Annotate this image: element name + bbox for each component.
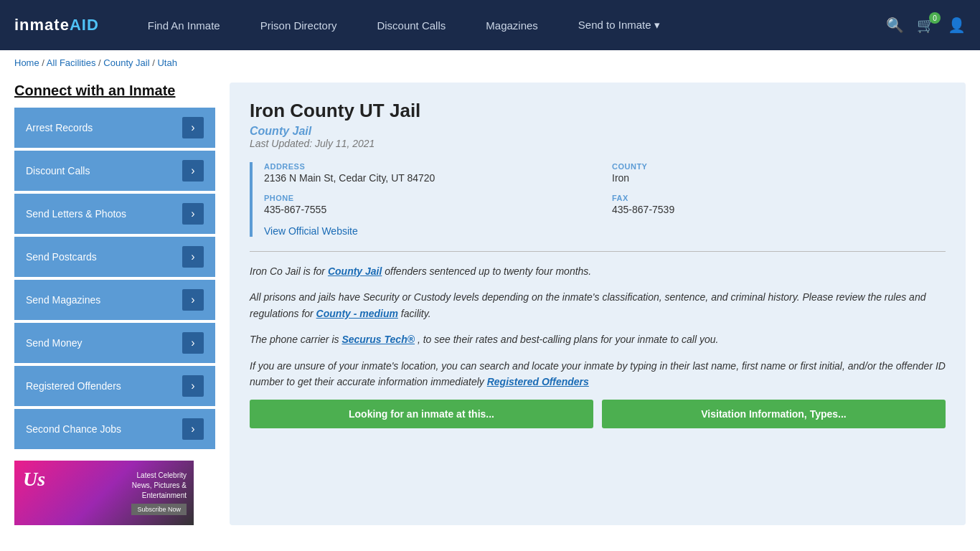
address-value: 2136 N Main St, Cedar City, UT 84720 xyxy=(264,172,598,184)
sidebar-item-label: Arrest Records xyxy=(26,122,93,133)
search-icon[interactable]: 🔍 xyxy=(886,17,904,34)
fax-value: 435-867-7539 xyxy=(612,204,946,215)
navbar: inmateAID Find An Inmate Prison Director… xyxy=(0,0,980,50)
breadcrumb-all-facilities[interactable]: All Facilities xyxy=(47,57,96,68)
chevron-right-icon: › xyxy=(182,203,204,225)
sidebar-item-send-postcards[interactable]: Send Postcards › xyxy=(14,237,215,277)
chevron-right-icon: › xyxy=(182,160,204,182)
official-website-row: View Official Website xyxy=(264,225,946,237)
info-box: ADDRESS 2136 N Main St, Cedar City, UT 8… xyxy=(250,162,946,237)
nav-prison-directory[interactable]: Prison Directory xyxy=(240,0,357,50)
county-label: COUNTY xyxy=(612,162,946,171)
chevron-right-icon: › xyxy=(182,332,204,354)
sidebar-item-send-money[interactable]: Send Money › xyxy=(14,323,215,363)
county-value: Iron xyxy=(612,172,946,184)
breadcrumb-county-jail[interactable]: County Jail xyxy=(103,57,149,68)
sidebar-item-label: Send Money xyxy=(26,337,83,349)
cart-badge: 0 xyxy=(929,12,941,24)
county-block: COUNTY Iron xyxy=(612,162,946,184)
phone-value: 435-867-7555 xyxy=(264,204,598,215)
ad-subscribe-button[interactable]: Subscribe Now xyxy=(131,504,187,515)
sidebar-ad[interactable]: Us Latest Celebrity News, Pictures & Ent… xyxy=(14,461,194,525)
nav-discount-calls[interactable]: Discount Calls xyxy=(357,0,466,50)
fax-label: FAX xyxy=(612,194,946,202)
sidebar-item-label: Registered Offenders xyxy=(26,380,121,392)
bottom-buttons: Looking for an inmate at this... Visitat… xyxy=(250,400,946,428)
registered-offenders-link[interactable]: Registered Offenders xyxy=(487,376,589,387)
nav-icons: 🔍 🛒 0 👤 xyxy=(886,17,966,34)
visitation-info-button[interactable]: Visitation Information, Types... xyxy=(602,400,946,428)
sidebar-item-label: Discount Calls xyxy=(26,165,90,176)
sidebar-title: Connect with an Inmate xyxy=(14,83,215,99)
sidebar-item-send-letters[interactable]: Send Letters & Photos › xyxy=(14,194,215,234)
sidebar-item-discount-calls[interactable]: Discount Calls › xyxy=(14,151,215,191)
county-jail-link-1[interactable]: County Jail xyxy=(328,265,382,277)
nav-find-inmate[interactable]: Find An Inmate xyxy=(128,0,240,50)
desc-para-1: Iron Co Jail is for County Jail offender… xyxy=(250,263,946,279)
cart-icon[interactable]: 🛒 0 xyxy=(917,17,935,34)
description-section: Iron Co Jail is for County Jail offender… xyxy=(250,263,946,390)
nav-links: Find An Inmate Prison Directory Discount… xyxy=(128,0,886,50)
chevron-right-icon: › xyxy=(182,289,204,311)
desc-para-3: The phone carrier is Securus Tech® , to … xyxy=(250,331,946,347)
sidebar-item-second-chance-jobs[interactable]: Second Chance Jobs › xyxy=(14,409,215,449)
official-website-link[interactable]: View Official Website xyxy=(264,225,358,237)
sidebar-item-arrest-records[interactable]: Arrest Records › xyxy=(14,108,215,148)
nav-send-to-inmate[interactable]: Send to Inmate ▾ xyxy=(558,0,680,50)
breadcrumb-state[interactable]: Utah xyxy=(157,57,176,68)
ad-text: Latest Celebrity News, Pictures & Entert… xyxy=(132,471,187,501)
county-medium-link[interactable]: County - medium xyxy=(316,308,398,319)
nav-magazines[interactable]: Magazines xyxy=(466,0,558,50)
breadcrumb: Home / All Facilities / County Jail / Ut… xyxy=(0,50,980,75)
facility-subtitle: County Jail xyxy=(250,125,946,138)
sidebar-item-send-magazines[interactable]: Send Magazines › xyxy=(14,280,215,320)
sidebar-item-label: Second Chance Jobs xyxy=(26,423,121,435)
address-block: ADDRESS 2136 N Main St, Cedar City, UT 8… xyxy=(264,162,598,184)
content-area: Iron County UT Jail County Jail Last Upd… xyxy=(230,83,966,525)
logo-text: inmateAID xyxy=(14,16,99,34)
phone-label: PHONE xyxy=(264,194,598,202)
sidebar: Connect with an Inmate Arrest Records › … xyxy=(14,83,215,525)
user-icon[interactable]: 👤 xyxy=(948,17,966,34)
desc-para-4: If you are unsure of your inmate's locat… xyxy=(250,358,946,390)
looking-for-inmate-button[interactable]: Looking for an inmate at this... xyxy=(250,400,593,428)
desc-para-2: All prisons and jails have Security or C… xyxy=(250,289,946,321)
address-label: ADDRESS xyxy=(264,162,598,171)
facility-title: Iron County UT Jail xyxy=(250,100,946,122)
chevron-right-icon: › xyxy=(182,246,204,268)
sidebar-item-label: Send Postcards xyxy=(26,251,97,263)
sidebar-item-label: Send Magazines xyxy=(26,294,100,306)
divider xyxy=(250,251,946,252)
fax-block: FAX 435-867-7539 xyxy=(612,194,946,215)
phone-block: PHONE 435-867-7555 xyxy=(264,194,598,215)
chevron-right-icon: › xyxy=(182,375,204,397)
ad-logo: Us xyxy=(23,468,45,491)
main-layout: Connect with an Inmate Arrest Records › … xyxy=(0,75,980,540)
securus-link[interactable]: Securus Tech® xyxy=(341,334,415,345)
chevron-right-icon: › xyxy=(182,117,204,138)
facility-last-updated: Last Updated: July 11, 2021 xyxy=(250,138,946,149)
sidebar-item-label: Send Letters & Photos xyxy=(26,208,126,220)
logo[interactable]: inmateAID xyxy=(14,16,99,34)
breadcrumb-home[interactable]: Home xyxy=(14,57,39,68)
chevron-right-icon: › xyxy=(182,418,204,440)
sidebar-item-registered-offenders[interactable]: Registered Offenders › xyxy=(14,366,215,406)
